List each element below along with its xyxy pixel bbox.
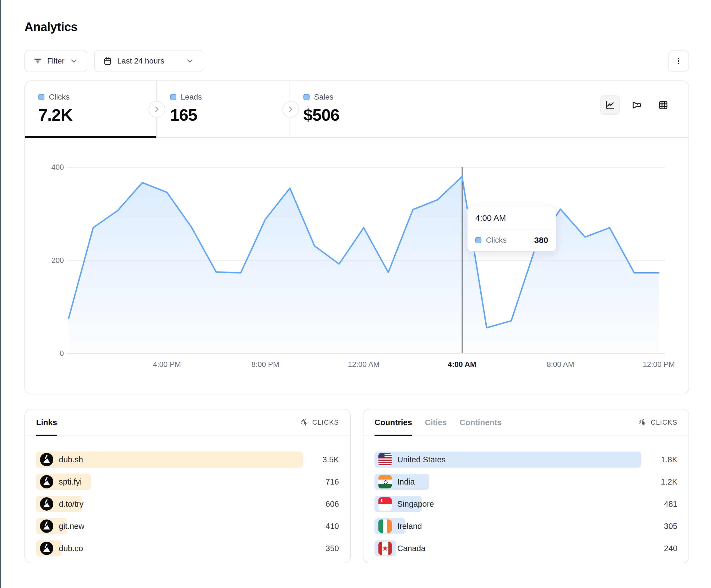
dub-logo-icon xyxy=(40,497,53,511)
calendar-icon xyxy=(103,56,112,65)
link-label: git.new xyxy=(59,522,84,531)
table-row[interactable]: dub.sh 3.5K xyxy=(36,452,339,468)
dub-logo-icon xyxy=(40,542,53,555)
tab-label: Links xyxy=(36,418,57,427)
more-menu-button[interactable] xyxy=(668,50,689,72)
country-flag-icon xyxy=(379,542,392,555)
bar-track: Singapore xyxy=(374,496,641,512)
links-panel-header: Links CLICKS xyxy=(25,409,350,436)
table-row[interactable]: Ireland 305 xyxy=(374,518,677,534)
tab-leads[interactable]: Leads 165 xyxy=(157,81,290,137)
clicks-area-chart[interactable]: 02004004:00 PM8:00 PM12:00 AM4:00 AM8:00… xyxy=(25,138,689,394)
clicks-count: 606 xyxy=(303,499,339,509)
filter-button[interactable]: Filter xyxy=(24,50,87,72)
table-grid-icon xyxy=(658,99,669,111)
leads-series-swatch xyxy=(170,94,176,100)
country-label: Canada xyxy=(397,544,426,553)
tab-sales[interactable]: Sales $506 xyxy=(290,81,423,137)
tab-label: Countries xyxy=(374,418,412,427)
svg-text:12:00 AM: 12:00 AM xyxy=(348,360,380,369)
clicks-series-swatch xyxy=(38,94,44,100)
dub-logo-icon xyxy=(40,453,53,466)
cursor-click-icon xyxy=(639,418,647,427)
stat-label: Clicks xyxy=(49,93,70,101)
svg-text:8:00 PM: 8:00 PM xyxy=(251,360,279,369)
clicks-count: 350 xyxy=(303,544,339,553)
svg-text:400: 400 xyxy=(51,163,64,172)
chevron-right-icon xyxy=(286,105,295,114)
table-row[interactable]: git.new 410 xyxy=(36,518,339,534)
link-label: dub.co xyxy=(59,544,83,553)
page-title: Analytics xyxy=(24,20,689,34)
links-list: dub.sh 3.5K spti.fyi 716 d.to/try 606 xyxy=(25,436,350,557)
tab-cities[interactable]: Cities xyxy=(425,409,447,435)
table-row[interactable]: spti.fyi 716 xyxy=(36,474,339,490)
links-metric-toggle[interactable]: CLICKS xyxy=(300,418,339,427)
table-row[interactable]: United States 1.8K xyxy=(374,452,677,468)
links-panel: Links CLICKS dub.sh 3.5K xyxy=(24,409,351,563)
stat-label: Sales xyxy=(314,93,333,101)
expand-leads-button[interactable] xyxy=(149,101,165,118)
country-label: United States xyxy=(397,455,446,464)
sales-series-swatch xyxy=(303,94,309,100)
link-label: dub.sh xyxy=(59,455,83,464)
bar-track: India xyxy=(374,474,641,490)
line-chart-view-button[interactable] xyxy=(600,95,620,115)
tooltip-time: 4:00 AM xyxy=(468,207,556,229)
clicks-count: 1.2K xyxy=(641,477,677,487)
funnel-view-button[interactable] xyxy=(627,95,646,115)
tab-links[interactable]: Links xyxy=(36,409,57,435)
kebab-menu-icon xyxy=(674,56,683,65)
table-row[interactable]: d.to/try 606 xyxy=(36,496,339,512)
clicks-count: 1.8K xyxy=(641,455,677,464)
countries-list: United States 1.8K India 1.2K Singapore … xyxy=(363,436,689,557)
bar-track: spti.fyi xyxy=(36,474,303,490)
chevron-right-icon xyxy=(152,105,161,114)
table-row[interactable]: Canada 240 xyxy=(374,540,677,557)
expand-sales-button[interactable] xyxy=(282,101,299,118)
chart-view-toggles xyxy=(600,95,673,115)
metric-label: CLICKS xyxy=(312,419,339,426)
clicks-count: 716 xyxy=(303,477,339,487)
chevron-down-icon xyxy=(69,56,78,65)
tab-label: Continents xyxy=(459,418,501,427)
svg-text:4:00 PM: 4:00 PM xyxy=(153,360,181,369)
tooltip-value: 380 xyxy=(534,235,548,245)
table-row[interactable]: India 1.2K xyxy=(374,474,677,490)
tooltip-series: Clicks xyxy=(486,236,507,245)
tab-countries[interactable]: Countries xyxy=(374,409,412,435)
table-view-button[interactable] xyxy=(653,95,673,115)
svg-text:4:00 AM: 4:00 AM xyxy=(448,360,476,369)
toolbar: Filter Last 24 hours xyxy=(24,50,689,72)
countries-metric-toggle[interactable]: CLICKS xyxy=(639,418,677,427)
stat-value: 7.2K xyxy=(38,106,156,125)
line-chart-icon xyxy=(604,99,616,111)
table-row[interactable]: dub.co 350 xyxy=(36,540,339,557)
tab-continents[interactable]: Continents xyxy=(459,409,501,435)
country-label: Singapore xyxy=(397,499,434,509)
clicks-count: 240 xyxy=(641,544,677,553)
date-range-label: Last 24 hours xyxy=(117,56,164,65)
table-row[interactable]: Singapore 481 xyxy=(374,496,677,512)
metric-label: CLICKS xyxy=(651,419,677,426)
bar-track: dub.sh xyxy=(36,452,303,468)
stats-tabs: Clicks 7.2K Leads 165 Sales $506 xyxy=(25,81,689,138)
clicks-count: 410 xyxy=(303,522,339,531)
chevron-down-icon xyxy=(186,56,194,65)
stat-value: 165 xyxy=(170,106,289,125)
clicks-count: 305 xyxy=(641,522,677,531)
country-flag-icon xyxy=(379,475,392,489)
stat-label: Leads xyxy=(181,93,202,101)
country-label: India xyxy=(397,477,415,487)
bar-track: d.to/try xyxy=(36,496,303,512)
svg-text:12:00 PM: 12:00 PM xyxy=(643,360,675,369)
filter-label: Filter xyxy=(47,56,64,65)
country-flag-icon xyxy=(379,520,392,533)
toolbar-filters: Filter Last 24 hours xyxy=(24,50,203,72)
chart-tooltip: 4:00 AM Clicks 380 xyxy=(467,207,556,252)
cursor-click-icon xyxy=(300,418,308,427)
bar-track: dub.co xyxy=(36,540,303,557)
tab-clicks[interactable]: Clicks 7.2K xyxy=(25,81,157,137)
stat-value: $506 xyxy=(303,106,423,125)
date-range-button[interactable]: Last 24 hours xyxy=(94,50,203,72)
